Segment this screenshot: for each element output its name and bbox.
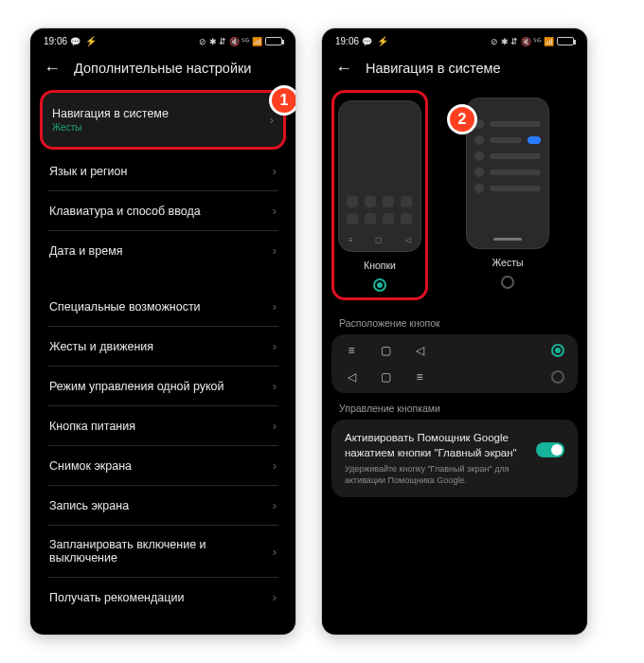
row-recommendations[interactable]: Получать рекомендации ›	[40, 578, 286, 617]
row-label: Запланировать включение и выключение	[49, 538, 239, 564]
row-language-region[interactable]: Язык и регион ›	[40, 152, 286, 190]
page-title: Навигация в системе	[366, 61, 501, 76]
status-bar: 19:06 💬 ⚡ ⊘ ✱ ⇵ 🔇 ⁵ᴳ 📶	[30, 28, 295, 52]
clock: 19:06	[335, 36, 359, 46]
battery-icon	[557, 37, 574, 45]
row-sublabel: Жесты	[52, 122, 169, 133]
row-label: Кнопка питания	[49, 420, 135, 433]
highlight-buttons-option: ≡▢◁ Кнопки	[331, 90, 428, 300]
page-title: Дополнительные настройки	[74, 61, 251, 76]
status-icons: ⊘ ✱ ⇵ 🔇 ⁵ᴳ 📶	[491, 37, 554, 46]
back-icon: ◁	[345, 370, 358, 384]
assistant-toggle-row[interactable]: Активировать Помощник Google нажатием кн…	[331, 420, 578, 497]
back-arrow-icon[interactable]: ←	[44, 60, 61, 77]
nav-order-icons: ◁▢≡	[345, 370, 426, 384]
chevron-right-icon: ›	[273, 339, 277, 353]
row-label: Дата и время	[49, 244, 123, 258]
battery-icon	[265, 37, 282, 45]
nav-option-buttons[interactable]: ≡▢◁ Кнопки	[338, 100, 421, 292]
row-date-time[interactable]: Дата и время ›	[40, 231, 286, 270]
row-label: Запись экрана	[49, 499, 129, 512]
streak-icon: ⚡	[85, 36, 97, 46]
streak-icon: ⚡	[377, 36, 388, 46]
row-scheduled-power[interactable]: Запланировать включение и выключение ›	[40, 526, 286, 577]
row-label: Получать рекомендации	[49, 591, 184, 604]
chevron-right-icon: ›	[273, 164, 277, 178]
chevron-right-icon: ›	[273, 379, 277, 393]
home-icon: ▢	[379, 370, 392, 384]
message-icon: 💬	[362, 37, 372, 46]
nav-order-icons: ≡▢◁	[345, 344, 426, 357]
row-label: Режим управления одной рукой	[49, 380, 224, 393]
radio-layout-1[interactable]	[551, 344, 564, 357]
chevron-right-icon: ›	[273, 243, 277, 258]
row-gestures-motion[interactable]: Жесты и движения ›	[40, 327, 286, 366]
row-one-hand-mode[interactable]: Режим управления одной рукой ›	[40, 367, 286, 405]
section-button-layout: Расположение кнопок	[322, 308, 587, 334]
chevron-right-icon: ›	[273, 458, 277, 473]
row-label: Специальные возможности	[49, 300, 201, 314]
preview-buttons: ≡▢◁	[338, 100, 421, 252]
chevron-right-icon: ›	[270, 113, 274, 127]
screen-header: ← Навигация в системе	[322, 52, 587, 90]
callout-badge-1: 1	[269, 85, 295, 116]
row-system-navigation[interactable]: Навигация в системе Жесты ›	[43, 95, 283, 145]
status-bar: 19:06 💬 ⚡ ⊘ ✱ ⇵ 🔇 ⁵ᴳ 📶	[322, 28, 587, 52]
screen-header: ← Дополнительные настройки	[30, 52, 295, 90]
assistant-switch[interactable]	[536, 442, 564, 457]
assistant-desc: Удерживайте кнопку "Главный экран" для а…	[345, 464, 527, 486]
row-screenshot[interactable]: Снимок экрана ›	[40, 446, 286, 485]
button-layout-card: ≡▢◁ ◁▢≡	[331, 334, 578, 393]
recent-icon: ≡	[345, 344, 358, 357]
highlight-system-navigation: Навигация в системе Жесты ›	[40, 90, 286, 150]
back-icon: ◁	[413, 344, 426, 357]
chevron-right-icon: ›	[273, 498, 277, 512]
layout-option-1[interactable]: ≡▢◁	[345, 344, 564, 357]
option-label: Кнопки	[364, 260, 396, 271]
option-label: Жесты	[492, 257, 523, 268]
assistant-title: Активировать Помощник Google нажатием кн…	[345, 431, 527, 460]
layout-option-2[interactable]: ◁▢≡	[345, 370, 564, 384]
chevron-right-icon: ›	[273, 204, 277, 218]
row-label: Язык и регион	[49, 165, 127, 178]
chevron-right-icon: ›	[273, 419, 277, 433]
screenshot-2: 2 19:06 💬 ⚡ ⊘ ✱ ⇵ 🔇 ⁵ᴳ 📶 ← Навигация в с…	[322, 28, 587, 635]
chevron-right-icon: ›	[273, 299, 277, 314]
status-icons: ⊘ ✱ ⇵ 🔇 ⁵ᴳ 📶	[199, 37, 262, 46]
section-button-manage: Управление кнопками	[322, 393, 587, 420]
row-label: Навигация в системе	[52, 107, 169, 120]
radio-gestures[interactable]	[501, 276, 514, 289]
row-label: Снимок экрана	[49, 459, 132, 473]
home-icon: ▢	[379, 344, 392, 357]
recent-icon: ≡	[413, 370, 426, 384]
row-power-button[interactable]: Кнопка питания ›	[40, 406, 286, 445]
chevron-right-icon: ›	[273, 545, 277, 559]
screenshot-1: 1 19:06 💬 ⚡ ⊘ ✱ ⇵ 🔇 ⁵ᴳ 📶 ← Дополнительны…	[30, 28, 295, 635]
row-label: Жесты и движения	[49, 340, 153, 353]
callout-badge-2: 2	[447, 104, 477, 134]
chevron-right-icon: ›	[273, 590, 277, 604]
message-icon: 💬	[70, 37, 80, 46]
row-keyboard-input[interactable]: Клавиатура и способ ввода ›	[40, 191, 286, 230]
radio-layout-2[interactable]	[551, 370, 564, 384]
radio-buttons[interactable]	[373, 278, 386, 292]
row-accessibility[interactable]: Специальные возможности ›	[40, 287, 286, 326]
preview-gestures	[466, 98, 549, 249]
clock: 19:06	[44, 36, 67, 46]
row-label: Клавиатура и способ ввода	[49, 205, 201, 218]
row-screen-record[interactable]: Запись экрана ›	[40, 486, 286, 525]
back-arrow-icon[interactable]: ←	[335, 60, 352, 77]
